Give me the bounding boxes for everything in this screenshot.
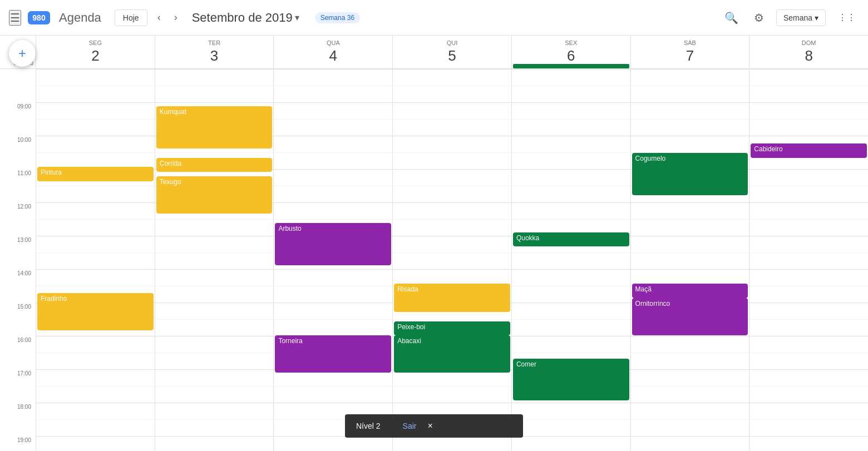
hour-line	[749, 69, 868, 70]
half-hour-line	[749, 319, 868, 320]
half-hour-line	[512, 86, 630, 86]
half-hour-line	[749, 353, 868, 353]
hour-line	[631, 269, 749, 270]
half-hour-line	[749, 219, 868, 220]
view-selector[interactable]: Semana ▾	[776, 9, 826, 26]
hour-line	[512, 169, 630, 170]
event-pintura[interactable]: Pintura	[37, 167, 154, 181]
menu-icon[interactable]: ☰	[9, 10, 21, 26]
time-label: 13:00	[0, 236, 36, 269]
half-hour-line	[631, 386, 749, 386]
hour-line	[274, 269, 392, 270]
time-label: 09:00	[0, 102, 36, 136]
week-badge: Semana 36	[315, 12, 360, 23]
event-comer[interactable]: Comer	[513, 359, 629, 401]
half-hour-line	[274, 219, 392, 220]
hour-line	[512, 436, 630, 437]
hour-line	[393, 202, 511, 203]
header: ☰ 980 Agenda Hoje ‹ › Setembro de 2019 ▾…	[0, 0, 868, 36]
half-hour-line	[155, 419, 274, 420]
hour-line	[36, 436, 155, 437]
half-hour-line	[512, 186, 630, 186]
half-hour-line	[274, 319, 392, 320]
snackbar-action[interactable]: Sair	[403, 422, 417, 430]
half-hour-line	[512, 286, 630, 286]
hour-line	[36, 236, 155, 236]
event-fradinho[interactable]: Fradinho	[37, 293, 154, 330]
apps-button[interactable]: ⋮⋮	[835, 9, 859, 26]
event-cogumelo[interactable]: Cogumelo	[632, 153, 748, 195]
time-label: 14:00	[0, 269, 36, 303]
hour-line	[36, 202, 155, 203]
half-hour-line	[274, 119, 392, 120]
half-hour-line	[512, 419, 630, 420]
hour-line	[155, 403, 274, 403]
half-hour-line	[749, 419, 868, 420]
hour-line	[36, 102, 155, 103]
day-name: SEX	[565, 39, 577, 46]
half-hour-line	[36, 286, 155, 286]
half-hour-line	[512, 319, 630, 320]
hour-line	[749, 403, 868, 403]
time-label: 16:00	[0, 336, 36, 369]
event-maca[interactable]: Maçã	[632, 284, 748, 298]
create-fab[interactable]: +	[9, 40, 36, 67]
event-torneira[interactable]: Torneira	[275, 335, 391, 373]
event-corrida[interactable]: Corrida	[156, 158, 273, 172]
snackbar-close[interactable]: ×	[427, 421, 432, 431]
event-abacaxi[interactable]: Abacaxi	[394, 335, 510, 373]
hour-line	[631, 369, 749, 370]
event-peixe-boi[interactable]: Peixe-boi	[394, 321, 510, 335]
grid-columns: PinturaFradinhoKumquatCorridaTexugoArbus…	[36, 69, 868, 451]
nav-prev-button[interactable]: ‹	[154, 8, 164, 27]
time-label: 18:00	[0, 403, 36, 436]
all-day-event-sex[interactable]	[513, 64, 629, 68]
half-hour-line	[274, 86, 392, 86]
day-header-dom: DOM 8	[749, 36, 868, 68]
event-ornitorrinco[interactable]: Ornitorrinco	[632, 298, 748, 335]
event-arbusto[interactable]: Arbusto	[275, 223, 391, 265]
search-button[interactable]: 🔍	[721, 8, 742, 28]
day-num: 4	[329, 47, 337, 65]
day-num: 3	[210, 47, 218, 65]
settings-button[interactable]: ⚙	[751, 8, 767, 28]
half-hour-line	[749, 286, 868, 286]
hour-line	[393, 236, 511, 236]
day-column-ter: KumquatCorridaTexugo	[155, 69, 274, 451]
day-header-qua: QUA 4	[273, 36, 392, 68]
half-hour-line	[274, 386, 392, 386]
hour-line	[749, 336, 868, 336]
hour-line	[749, 369, 868, 370]
half-hour-line	[631, 119, 749, 120]
hour-line	[631, 69, 749, 70]
hour-line	[274, 202, 392, 203]
hour-line	[749, 169, 868, 170]
day-column-sáb: CogumeloMaçãOrnitorrinco	[630, 69, 749, 451]
hour-line	[393, 102, 511, 103]
event-quokka[interactable]: Quokka	[513, 232, 629, 246]
hour-line	[749, 136, 868, 136]
hour-line	[512, 136, 630, 136]
time-label: 19:00	[0, 436, 36, 451]
half-hour-line	[36, 186, 155, 186]
hour-line	[512, 336, 630, 336]
time-label: 12:00	[0, 202, 36, 236]
half-hour-line	[274, 186, 392, 186]
time-label: 17:00	[0, 369, 36, 403]
hour-line	[393, 69, 511, 70]
time-label: 11:00	[0, 169, 36, 202]
day-column-dom: Cabideiro	[749, 69, 868, 451]
hour-line	[749, 202, 868, 203]
event-kumquat[interactable]: Kumquat	[156, 106, 273, 148]
today-button[interactable]: Hoje	[115, 9, 147, 26]
app-title: Agenda	[59, 11, 101, 25]
event-cabideiro[interactable]: Cabideiro	[751, 143, 867, 157]
day-column-qui: RisadaPeixe-boiAbacaxi	[392, 69, 511, 451]
event-risada[interactable]: Risada	[394, 284, 510, 311]
hour-line	[631, 436, 749, 437]
day-header-sáb: SÁB 7	[630, 36, 749, 68]
nav-next-button[interactable]: ›	[171, 8, 181, 27]
time-labels: 09:0010:0011:0012:0013:0014:0015:0016:00…	[0, 69, 36, 451]
event-texugo[interactable]: Texugo	[156, 176, 273, 214]
header-right: 🔍 ⚙ Semana ▾ ⋮⋮	[721, 8, 859, 28]
